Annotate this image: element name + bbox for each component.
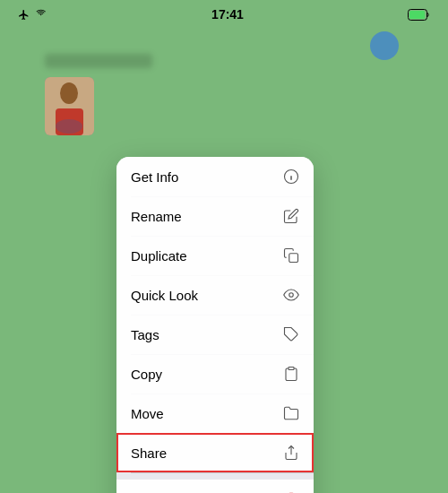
folder-icon	[283, 405, 299, 421]
menu-item-get-info[interactable]: Get Info	[116, 157, 314, 196]
duplicate-icon	[283, 247, 299, 264]
get-info-label: Get Info	[131, 169, 178, 185]
svg-point-10	[289, 293, 294, 298]
share-label: Share	[131, 445, 167, 461]
share-icon	[283, 445, 299, 461]
airplane-icon	[18, 9, 30, 21]
context-menu: Get Info Rename Duplicate Quick Look Tag…	[116, 157, 314, 493]
tags-label: Tags	[131, 327, 159, 342]
status-bar: 17:41	[0, 0, 448, 25]
copy-icon	[283, 366, 299, 382]
menu-item-quick-look[interactable]: Quick Look	[116, 275, 314, 315]
move-label: Move	[131, 406, 164, 421]
info-icon	[283, 169, 299, 185]
menu-item-delete[interactable]: Delete	[116, 480, 314, 493]
bg-image-thumbnail	[45, 77, 94, 135]
tag-icon	[283, 326, 299, 342]
bg-blur-text-1	[45, 54, 152, 68]
svg-rect-12	[289, 368, 294, 370]
quick-look-label: Quick Look	[131, 288, 198, 303]
pencil-icon	[283, 208, 299, 224]
menu-divider	[116, 472, 314, 480]
menu-item-rename[interactable]: Rename	[116, 196, 314, 236]
background-content	[45, 54, 224, 135]
eye-icon	[283, 287, 299, 303]
svg-point-3	[60, 82, 78, 104]
rename-label: Rename	[131, 209, 182, 224]
blue-bubble	[370, 31, 399, 60]
menu-item-share[interactable]: Share	[116, 433, 314, 472]
menu-item-tags[interactable]: Tags	[116, 315, 314, 354]
menu-item-move[interactable]: Move	[116, 394, 314, 433]
svg-rect-9	[289, 254, 298, 263]
svg-point-5	[56, 119, 82, 134]
menu-item-copy[interactable]: Copy	[116, 354, 314, 394]
status-time: 17:41	[211, 7, 244, 22]
menu-item-duplicate[interactable]: Duplicate	[116, 236, 314, 275]
wifi-icon	[35, 9, 47, 21]
svg-rect-1	[409, 11, 425, 19]
status-right-icons	[408, 9, 430, 21]
status-left-icons	[18, 9, 47, 21]
battery-icon	[408, 9, 430, 21]
duplicate-label: Duplicate	[131, 248, 187, 264]
copy-label: Copy	[131, 367, 162, 382]
